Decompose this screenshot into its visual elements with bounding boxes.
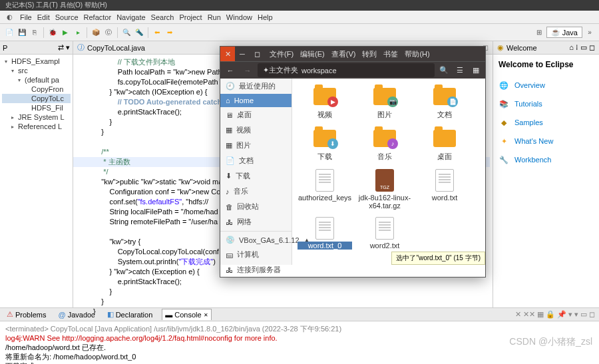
open-perspective-icon[interactable]: ⊞ [534,27,544,38]
menu-window[interactable]: Window [226,13,252,21]
file-item[interactable]: authorized_keys [296,166,353,212]
tree-item[interactable]: HDFS_Fil [2,103,71,112]
fm-menu-edit[interactable]: 编辑(E) [300,49,325,59]
sidebar-item[interactable]: 🖧网络 [220,214,292,230]
remove-launch-icon[interactable]: ✕ [515,310,521,319]
menu-run[interactable]: Run [208,13,221,21]
file-item[interactable]: ⬇下载 [296,124,353,164]
sidebar-item[interactable]: 🗑回收站 [220,199,292,214]
pkg-explorer-tab[interactable]: P⇄ ▾ [0,41,73,55]
new-pkg-icon[interactable]: 📦 [91,27,101,38]
perspective-switcher: ⊞ ☕Java » [534,27,595,38]
welcome-link[interactable]: ◆Samples [499,113,594,132]
sidebar-item[interactable]: ⌂Home [220,94,292,107]
welcome-link[interactable]: 🌐Overview [499,76,594,94]
breadcrumb[interactable]: ✦主文件夹 workspace [258,63,435,77]
run-last-icon[interactable]: ▸ [73,27,83,38]
file-item[interactable]: ♪音乐 [356,124,413,164]
sidebar-item[interactable]: ▦图片 [220,138,292,153]
fm-files-grid[interactable]: ▶视频📷图片📄文档⬇下载♪音乐桌面authorized_keysTGZjdk-8… [292,79,485,265]
file-item[interactable]: word.txt [416,166,473,212]
fm-menu-help[interactable]: 帮助(H) [405,49,429,59]
problems-tab[interactable]: ⚠Problems [4,309,49,320]
welcome-link[interactable]: 🔧Workbench [499,150,594,169]
debug-icon[interactable]: 🐞 [47,27,58,38]
menu-search[interactable]: Search [151,13,174,21]
save-icon[interactable]: 💾 [17,27,27,38]
pin-console-icon[interactable]: 📌 [557,310,566,319]
sidebar-item[interactable]: 🖥桌面 [220,107,292,122]
new-icon[interactable]: 📄 [4,27,15,38]
menu-project[interactable]: Project [179,13,202,21]
sidebar-item[interactable]: 🕘最近使用的 [220,79,292,94]
maximize-icon[interactable]: ◻ [250,47,264,61]
saveall-icon[interactable]: ⎘ [29,27,40,38]
tree-item[interactable]: ▾src [2,66,71,75]
nav-back-icon[interactable]: ⬅ [152,27,162,38]
tree-item[interactable]: ▸Referenced L [2,122,71,131]
sidebar-item[interactable]: 🖴计算机 [220,247,292,262]
tree-item[interactable]: ▾(default pa [2,75,71,85]
clear-console-icon[interactable]: ▦ [537,310,544,319]
display-icon[interactable]: ▾ [568,310,572,319]
fm-menu-file[interactable]: 文件(F) [270,49,294,59]
eclipse-toolbar: 📄 💾 ⎘ 🐞 ▶ ▸ 📦 Ⓒ 🔍 🔦 ⬅ ➡ ⊞ ☕Java » [0,24,599,41]
forward-icon[interactable]: → [240,67,255,75]
list-view-icon[interactable]: ☰ [453,66,467,75]
welcome-link[interactable]: ✦What's New [499,132,594,150]
tree-item[interactable]: CopyToLc [2,94,71,103]
file-item[interactable]: word.txt_0 [296,214,353,252]
search-icon[interactable]: 🔦 [134,27,144,38]
file-item[interactable]: word2.txt [356,214,413,252]
fm-menu-go[interactable]: 转到 [362,49,377,59]
menu-help[interactable]: Help [258,13,273,21]
home-icon[interactable]: ✦主文件夹 [263,65,298,75]
fm-statusbar: 选中了"word.txt_0" (15 字节) [391,252,485,265]
fm-titlebar[interactable]: ✕ ─ ◻ 文件(F) 编辑(E) 查看(V) 转到 书签 帮助(H) [220,47,485,61]
sidebar-item[interactable]: ▦视频 [220,122,292,138]
file-item[interactable]: TGZjdk-8u162-linux-x64.tar.gz [356,166,413,212]
file-item[interactable]: ▶视频 [296,83,353,122]
menu-edit[interactable]: Edit [37,13,50,21]
tree-item[interactable]: CopyFron [2,85,71,94]
more-perspective-icon[interactable]: » [584,27,595,38]
sidebar-item[interactable]: ⬇下载 [220,168,292,184]
menu-navigate[interactable]: Navigate [116,13,145,21]
package-explorer: P⇄ ▾ ▾HDFS_Exampl▾src▾(default paCopyFro… [0,41,73,307]
sidebar-item[interactable]: 🖧连接到服务器 [220,262,292,277]
file-item[interactable]: 桌面 [416,124,473,164]
minimize-icon[interactable]: ─ [235,47,250,61]
max-bottom-icon[interactable]: ◻ [589,310,595,319]
java-perspective-button[interactable]: ☕Java [546,27,582,38]
remove-all-icon[interactable]: ✕✕ [523,310,535,319]
file-item[interactable]: 📷图片 [356,83,413,122]
run-icon[interactable]: ▶ [60,27,71,38]
scroll-lock-icon[interactable]: 🔒 [546,310,555,319]
sidebar-item[interactable]: ♪音乐 [220,184,292,199]
search-icon[interactable]: 🔍 [437,66,451,75]
menu-source[interactable]: Source [55,13,79,21]
breadcrumb-path[interactable]: workspace [301,67,337,75]
min-bottom-icon[interactable]: ▭ [580,310,587,319]
fm-menu-bookmark[interactable]: 书签 [383,49,398,59]
file-item[interactable]: 📄文档 [416,83,473,122]
tree-item[interactable]: ▸JRE System L [2,112,71,122]
fm-sidebar: 🕘最近使用的⌂Home🖥桌面▦视频▦图片📄文档⬇下载♪音乐🗑回收站🖧网络💿VBo… [220,79,292,265]
menu-file[interactable]: File [20,13,32,21]
tree-item[interactable]: ▾HDFS_Exampl [2,57,71,66]
file-manager-window[interactable]: ✕ ─ ◻ 文件(F) 编辑(E) 查看(V) 转到 书签 帮助(H) ← → … [220,46,486,277]
fm-menu-view[interactable]: 查看(V) [331,49,356,59]
back-icon[interactable]: ← [223,67,238,75]
nav-fwd-icon[interactable]: ➡ [164,27,175,38]
welcome-pane: ◉Welcome⌂ ⁞ ▭ ◻ Welcome to Eclipse 🌐Over… [493,41,599,307]
menu-refactor[interactable]: Refactor [84,13,112,21]
close-icon[interactable]: ✕ [220,47,235,61]
sidebar-item[interactable]: 💿VBox_GAs_6.1.12▲ [220,233,292,247]
open-type-icon[interactable]: 🔍 [121,27,132,38]
welcome-link[interactable]: 📚Tutorials [499,94,594,113]
new-class-icon[interactable]: Ⓒ [103,27,114,38]
grid-view-icon[interactable]: ▦ [469,66,483,75]
open-console-icon[interactable]: ▾ [574,310,578,319]
sidebar-item[interactable]: 📄文档 [220,153,292,168]
welcome-tab[interactable]: ◉Welcome⌂ ⁞ ▭ ◻ [493,41,599,55]
